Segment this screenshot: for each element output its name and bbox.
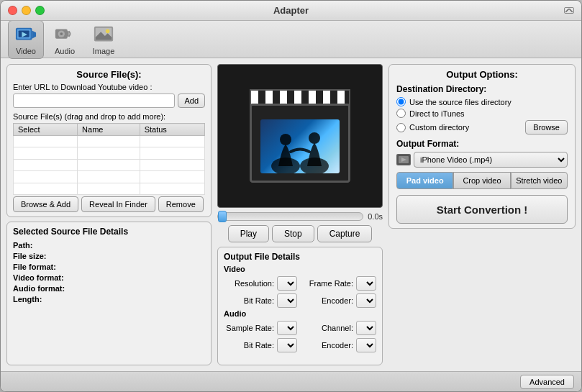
- image-icon: [93, 24, 114, 45]
- resolution-select[interactable]: [277, 276, 297, 291]
- play-button[interactable]: Play: [228, 225, 269, 242]
- toolbar-item-image[interactable]: Image: [86, 21, 122, 58]
- progress-bar[interactable]: [217, 212, 363, 221]
- toolbar-item-video[interactable]: Video: [8, 20, 44, 59]
- col-select: Select: [14, 124, 78, 136]
- framerate-row: Frame Rate:: [303, 276, 376, 291]
- progress-thumb[interactable]: [218, 211, 227, 222]
- bottom-bar: Advanced: [1, 371, 581, 391]
- browse-directory-button[interactable]: Browse: [525, 120, 568, 135]
- action-buttons: Browse & Add Reveal In Finder Remove: [13, 196, 205, 212]
- pad-video-button[interactable]: Pad video: [396, 172, 453, 189]
- table-row[interactable]: [14, 171, 205, 183]
- url-row: Add: [13, 94, 205, 108]
- svg-marker-2: [32, 30, 36, 38]
- silhouette-svg: [260, 119, 340, 173]
- video-details-grid: Resolution: Frame Rate: Bit Rate: Encode…: [224, 276, 376, 308]
- svg-point-12: [106, 29, 110, 33]
- radio-custom-label[interactable]: Custom directory: [409, 123, 469, 132]
- image-label: Image: [93, 47, 115, 55]
- video-label: Video: [16, 47, 36, 55]
- output-details-title: Output File Details: [224, 252, 376, 262]
- main-content: Source File(s): Enter URL to Download Yo…: [1, 58, 581, 371]
- clapper-screen: [260, 119, 340, 173]
- detail-filesize: File size:: [13, 252, 205, 260]
- toolbar-item-audio[interactable]: Audio: [47, 21, 83, 58]
- window-resize-btn[interactable]: [564, 7, 574, 14]
- detail-fileformat: File format:: [13, 263, 205, 271]
- preview-area: [217, 64, 383, 208]
- channel-row: Channel:: [303, 321, 376, 335]
- details-section: Selected Source File Details Path: File …: [6, 222, 212, 365]
- reveal-in-finder-button[interactable]: Reveal In Finder: [81, 196, 155, 212]
- dest-label: Destination Directory:: [396, 84, 568, 94]
- col-status: Status: [140, 124, 204, 136]
- audio-bitrate-label: Bit Rate:: [224, 341, 274, 350]
- radio-custom-input[interactable]: [396, 123, 406, 132]
- browse-add-button[interactable]: Browse & Add: [13, 196, 78, 212]
- progress-row: 0.0s: [217, 212, 383, 221]
- format-select-row: iPhone Video (.mp4): [396, 152, 568, 168]
- traffic-lights: [8, 6, 45, 15]
- url-input[interactable]: [13, 94, 175, 108]
- table-row[interactable]: [14, 147, 205, 159]
- radio-itunes-input[interactable]: [396, 109, 406, 118]
- titlebar: Adapter: [1, 1, 581, 21]
- channel-select[interactable]: [356, 321, 376, 335]
- url-label: Enter URL to Download Youtube video :: [13, 83, 205, 91]
- channel-label: Channel:: [303, 324, 353, 332]
- table-row[interactable]: [14, 183, 205, 194]
- video-bitrate-label: Bit Rate:: [224, 296, 274, 305]
- drag-label: Source File(s) (drag and drop to add mor…: [13, 112, 205, 121]
- audio-bitrate-select[interactable]: [277, 338, 297, 352]
- radio-source-dir: Use the source files directory: [396, 97, 568, 106]
- output-title: Output Options:: [396, 69, 568, 80]
- video-bitrate-select[interactable]: [277, 293, 297, 308]
- audioformat-label: Audio format:: [13, 284, 67, 293]
- video-icon: [15, 24, 37, 45]
- audio-sub-title: Audio: [224, 309, 376, 318]
- right-panel: Output Options: Destination Directory: U…: [388, 64, 576, 365]
- stretch-video-button[interactable]: Stretch video: [511, 172, 568, 189]
- radio-itunes-label[interactable]: Direct to iTunes: [409, 109, 465, 118]
- playback-buttons: Play Stop Capture: [217, 225, 383, 242]
- video-encoder-label: Encoder:: [303, 296, 353, 305]
- table-row[interactable]: [14, 136, 205, 147]
- left-panel: Source File(s): Enter URL to Download Yo…: [6, 64, 212, 365]
- close-button[interactable]: [8, 6, 17, 15]
- svg-rect-8: [66, 31, 69, 37]
- radio-source-dir-input[interactable]: [396, 97, 406, 106]
- file-table: Select Name Status: [13, 123, 205, 195]
- start-conversion-button[interactable]: Start Convertion !: [396, 195, 568, 224]
- framerate-label: Frame Rate:: [303, 279, 353, 288]
- radio-custom-row: Custom directory Browse: [396, 120, 568, 135]
- radio-source-dir-label[interactable]: Use the source files directory: [409, 98, 511, 106]
- format-label: Output Format:: [396, 139, 568, 149]
- table-row[interactable]: [14, 159, 205, 170]
- remove-button[interactable]: Remove: [158, 196, 204, 212]
- format-select[interactable]: iPhone Video (.mp4): [414, 152, 568, 168]
- audio-encoder-select[interactable]: [356, 338, 376, 352]
- video-encoder-row: Encoder:: [303, 293, 376, 308]
- progress-time: 0.0s: [368, 212, 383, 221]
- fileformat-label: File format:: [13, 263, 67, 271]
- capture-button[interactable]: Capture: [317, 225, 373, 242]
- source-files-section: Source File(s): Enter URL to Download Yo…: [6, 64, 212, 217]
- crop-video-button[interactable]: Crop video: [453, 172, 510, 189]
- path-label: Path:: [13, 241, 67, 250]
- details-title: Selected Source File Details: [13, 227, 205, 237]
- advanced-button[interactable]: Advanced: [520, 375, 574, 389]
- maximize-button[interactable]: [35, 6, 45, 15]
- minimize-button[interactable]: [22, 6, 31, 15]
- add-button[interactable]: Add: [178, 94, 205, 108]
- window-title: Adapter: [273, 5, 309, 16]
- svg-point-15: [280, 134, 291, 145]
- format-icon: [396, 154, 411, 165]
- stop-button[interactable]: Stop: [272, 225, 314, 242]
- samplerate-label: Sample Rate:: [224, 324, 274, 332]
- samplerate-select[interactable]: [277, 321, 297, 335]
- main-window: Adapter Video Audio: [0, 0, 582, 392]
- video-encoder-select[interactable]: [356, 293, 376, 308]
- framerate-select[interactable]: [356, 276, 376, 291]
- detail-length: Length:: [13, 295, 205, 304]
